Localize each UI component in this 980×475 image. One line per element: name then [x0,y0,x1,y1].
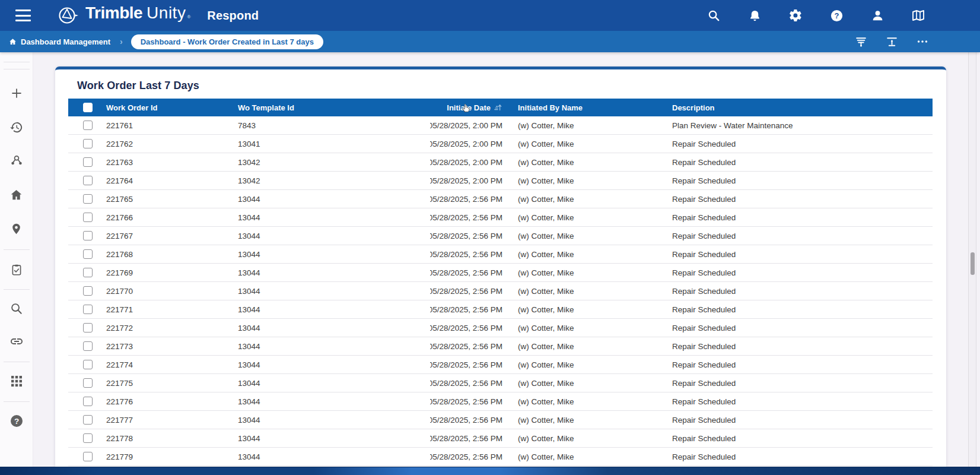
scrollbar-thumb[interactable] [971,252,975,275]
row-checkbox[interactable] [83,157,93,167]
notifications-icon[interactable] [747,8,762,23]
table-row[interactable]: 221775 13044 05/28/2025, 2:56 PM (w) Cot… [68,374,933,392]
table-row[interactable]: 221779 13044 05/28/2025, 2:56 PM (w) Cot… [68,448,933,466]
row-checkbox[interactable] [83,121,93,130]
cell-initiated-by-name: (w) Cotter, Mike [502,379,672,388]
table-row[interactable]: 221773 13044 05/28/2025, 2:56 PM (w) Cot… [68,337,933,356]
table-row[interactable]: 221767 13044 05/28/2025, 2:56 PM (w) Cot… [68,227,933,245]
row-checkbox[interactable] [83,397,93,406]
column-header-description[interactable]: Description [672,103,933,112]
cell-description: Repair Scheduled [672,379,933,388]
more-options-icon[interactable] [916,35,929,48]
row-checkbox[interactable] [83,194,93,204]
search-icon[interactable] [0,296,33,320]
column-header-work-order-id[interactable]: Work Order Id [106,103,238,112]
row-checkbox[interactable] [83,341,93,351]
cell-wo-template-id: 13044 [238,213,430,222]
table-row[interactable]: 221778 13044 05/28/2025, 2:56 PM (w) Cot… [68,429,933,448]
row-checkbox[interactable] [83,268,93,277]
table-row[interactable]: 221766 13044 05/28/2025, 2:56 PM (w) Cot… [68,208,933,227]
select-all-checkbox[interactable] [83,103,93,112]
cell-wo-template-id: 13044 [238,360,430,369]
table-header-row: Work Order Id Wo Template Id Initiate Da… [68,99,933,116]
grid-icon[interactable] [0,369,33,393]
table-row[interactable]: 221771 13044 05/28/2025, 2:56 PM (w) Cot… [68,300,933,319]
table-row[interactable]: 221761 7843 05/28/2025, 2:00 PM (w) Cott… [68,116,933,135]
table-row[interactable]: 221765 13044 05/28/2025, 2:56 PM (w) Cot… [68,190,933,208]
column-header-initiate-date[interactable]: Initiate Date [430,103,502,112]
cell-description: Repair Scheduled [672,140,933,148]
cell-wo-template-id: 13044 [238,434,430,443]
row-checkbox[interactable] [83,360,93,369]
row-checkbox[interactable] [83,305,93,314]
cell-wo-template-id: 13044 [238,250,430,259]
row-checkbox[interactable] [83,176,93,185]
row-checkbox[interactable] [83,249,93,259]
row-checkbox[interactable] [83,139,93,148]
table-row[interactable]: 221768 13044 05/28/2025, 2:56 PM (w) Cot… [68,245,933,264]
cell-initiate-date: 05/28/2025, 2:00 PM [430,176,502,185]
table-row[interactable]: 221770 13044 05/28/2025, 2:56 PM (w) Cot… [68,282,933,300]
row-checkbox[interactable] [83,415,93,425]
breadcrumb-toolbar [854,35,929,48]
map-icon[interactable] [911,8,925,23]
clipboard-check-icon[interactable] [0,258,33,281]
user-icon[interactable] [870,8,884,23]
cell-description: Repair Scheduled [672,324,933,332]
link-icon[interactable] [0,330,33,353]
table-row[interactable]: 221774 13044 05/28/2025, 2:56 PM (w) Cot… [68,356,933,374]
product-title: Respond [207,9,259,23]
column-header-wo-template-id[interactable]: Wo Template Id [238,103,430,112]
sidebar-divider [4,69,30,69]
row-checkbox[interactable] [83,323,93,332]
breadcrumb-bar: Dashboard Management › Dashboard - Work … [0,31,980,52]
location-pin-icon[interactable] [0,217,33,240]
vertical-scrollbar[interactable] [968,52,976,467]
row-checkbox[interactable] [83,213,93,222]
cell-initiate-date: 05/28/2025, 2:56 PM [430,342,502,351]
plus-icon[interactable] [0,81,33,105]
table-title: Work Order Last 7 Days [77,80,946,92]
help-icon[interactable]: ? [0,409,33,433]
topbar-actions: ? [707,0,925,31]
table-row[interactable]: 221776 13044 05/28/2025, 2:56 PM (w) Cot… [68,392,933,411]
row-checkbox[interactable] [83,231,93,240]
table-row[interactable]: 221763 13042 05/28/2025, 2:00 PM (w) Cot… [68,153,933,172]
row-checkbox[interactable] [83,286,93,296]
cell-work-order-id: 221779 [106,452,238,461]
cell-initiate-date: 05/28/2025, 2:56 PM [430,324,502,332]
cell-description: Repair Scheduled [672,176,933,185]
cell-wo-template-id: 13041 [238,140,430,148]
filter-pin-up-icon[interactable] [885,35,898,48]
cell-description: Repair Scheduled [672,397,933,406]
help-icon[interactable]: ? [829,8,844,23]
table-row[interactable]: 221777 13044 05/28/2025, 2:56 PM (w) Cot… [68,411,933,429]
table-row[interactable]: 221764 13042 05/28/2025, 2:00 PM (w) Cot… [68,172,933,190]
cell-work-order-id: 221773 [106,342,238,351]
row-checkbox[interactable] [83,378,93,388]
table-row[interactable]: 221762 13041 05/28/2025, 2:00 PM (w) Cot… [68,135,933,153]
breadcrumb-root[interactable]: Dashboard Management [8,37,110,46]
home-icon[interactable] [0,183,33,207]
menu-icon[interactable] [15,10,31,21]
history-icon[interactable] [0,115,33,139]
table-row[interactable]: 221772 13044 05/28/2025, 2:56 PM (w) Cot… [68,319,933,337]
sidebar-divider [4,62,30,62]
cell-work-order-id: 221769 [106,268,238,277]
cell-initiate-date: 05/28/2025, 2:56 PM [430,379,502,388]
breadcrumb-current-tab[interactable]: Dashboard - Work Order Created in Last 7… [131,34,323,49]
row-checkbox[interactable] [83,452,93,461]
search-icon[interactable] [707,8,721,23]
cell-initiated-by-name: (w) Cotter, Mike [502,397,672,406]
table-row[interactable]: 221769 13044 05/28/2025, 2:56 PM (w) Cot… [68,264,933,282]
cell-initiated-by-name: (w) Cotter, Mike [502,360,672,369]
hierarchy-icon[interactable] [0,149,33,173]
cell-description: Repair Scheduled [672,213,933,222]
cell-work-order-id: 221778 [106,434,238,443]
filter-pin-down-icon[interactable] [854,35,867,48]
svg-text:?: ? [14,417,18,426]
column-header-initiated-by-name[interactable]: Initiated By Name [502,103,672,112]
settings-icon[interactable] [788,8,803,23]
row-checkbox[interactable] [83,433,93,443]
cell-initiated-by-name: (w) Cotter, Mike [502,268,672,277]
